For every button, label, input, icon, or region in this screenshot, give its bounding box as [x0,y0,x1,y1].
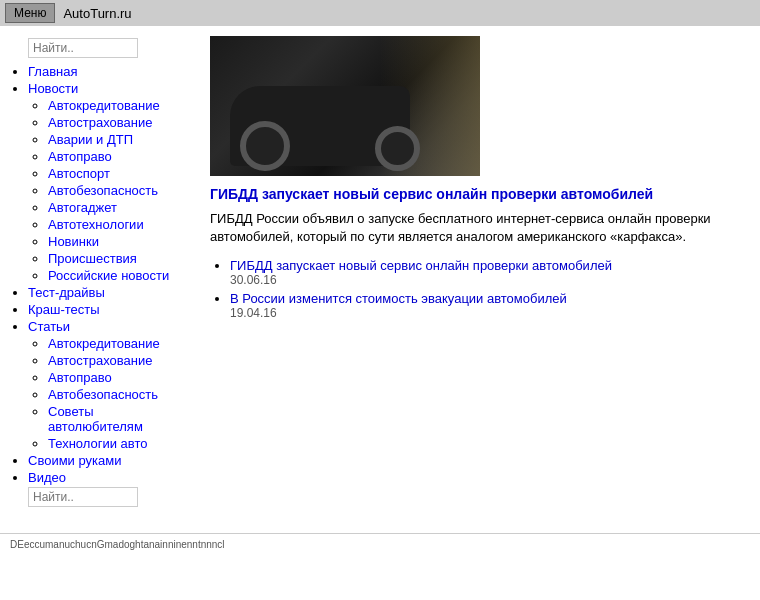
search-input-bottom[interactable] [28,487,138,507]
sidebar-sub-autocredit[interactable]: Автокредитование [48,98,190,113]
menu-button[interactable]: Меню [5,3,55,23]
sidebar: Главная Новости Автокредитование Автостр… [0,31,200,518]
wheel-right [375,126,420,171]
sidebar-sub-autosafety[interactable]: Автобезопасность [48,183,190,198]
sidebar-sub-art-autocredit[interactable]: Автокредитование [48,336,190,351]
home-link[interactable]: Главная [28,64,77,79]
sidebar-sub-art-autoinsurance[interactable]: Автострахование [48,353,190,368]
article-area: ГИБДД запускает новый сервис онлайн пров… [200,31,760,518]
sidebar-sub-autosport[interactable]: Автоспорт [48,166,190,181]
article-summary: ГИБДД России объявил о запуске бесплатно… [210,210,750,246]
top-bar: Меню AutoTurn.ru [0,0,760,26]
wheel-left [240,121,290,171]
search-input-top[interactable] [28,38,138,58]
sidebar-sub-autolaw[interactable]: Автоправо [48,149,190,164]
sidebar-item-home[interactable]: Главная [28,64,190,79]
sidebar-sub-art-autotech[interactable]: Технологии авто [48,436,190,451]
recent-link-1[interactable]: ГИБДД запускает новый сервис онлайн пров… [230,258,612,273]
site-title[interactable]: AutoTurn.ru [63,6,131,21]
recent-link-2[interactable]: В России изменится стоимость эвакуации а… [230,291,567,306]
sidebar-sub-incidents[interactable]: Происшествия [48,251,190,266]
sidebar-sub-ru-news[interactable]: Российские новости [48,268,190,283]
sidebar-sub-autoinsurance[interactable]: Автострахование [48,115,190,130]
article-title-link[interactable]: ГИБДД запускает новый сервис онлайн пров… [210,186,750,202]
sidebar-sub-accidents[interactable]: Аварии и ДТП [48,132,190,147]
recent-date-2: 19.04.16 [230,306,750,320]
sidebar-sub-autotech[interactable]: Автотехнологии [48,217,190,232]
sidebar-sub-art-autolaw[interactable]: Автоправо [48,370,190,385]
footer-bar: DEeccumanuchucnGmadoghtanainninenntnnncl [0,533,760,555]
recent-date-1: 30.06.16 [230,273,750,287]
sidebar-sub-new-models[interactable]: Новинки [48,234,190,249]
main-content: Главная Новости Автокредитование Автостр… [0,26,760,523]
search-item-bottom [28,487,190,511]
footer-text: DEeccumanuchucnGmadoghtanainninenntnnncl [10,539,225,550]
recent-item-1: ГИБДД запускает новый сервис онлайн пров… [230,258,750,287]
sidebar-sub-art-autosafety[interactable]: Автобезопасность [48,387,190,402]
recent-item-2: В России изменится стоимость эвакуации а… [230,291,750,320]
sidebar-sub-art-tips[interactable]: Советы автолюбителям [48,404,190,434]
news-link[interactable]: Новости [28,81,78,96]
search-item-top [28,38,190,62]
sidebar-item-news[interactable]: Новости Автокредитование Автострахование… [28,81,190,283]
sidebar-sub-autogadget[interactable]: Автогаджет [48,200,190,215]
sidebar-item-testdrive[interactable]: Тест-драйвы [28,285,190,300]
car-image [210,36,480,176]
sidebar-item-video[interactable]: Видео [28,470,190,485]
recent-list: ГИБДД запускает новый сервис онлайн пров… [210,258,750,320]
sidebar-item-articles[interactable]: Статьи Автокредитование Автострахование … [28,319,190,451]
sidebar-item-crashtest[interactable]: Краш-тесты [28,302,190,317]
sidebar-item-diy[interactable]: Своими руками [28,453,190,468]
